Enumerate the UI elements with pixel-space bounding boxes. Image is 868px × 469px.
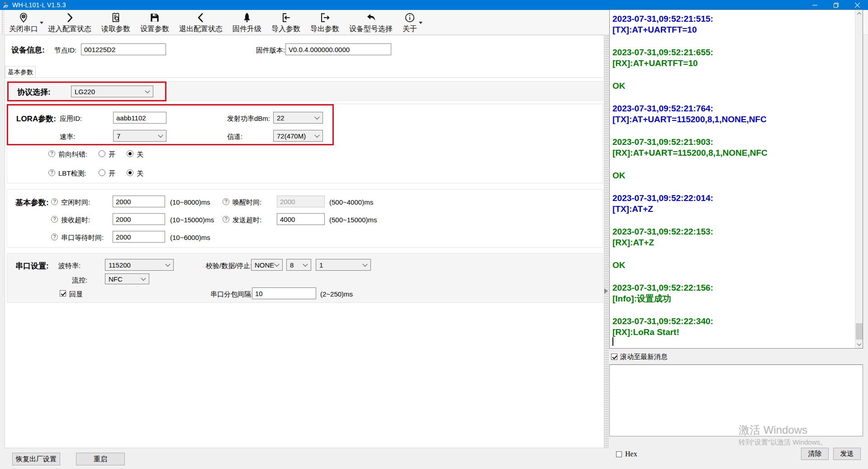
toolbar-firmware-upgrade[interactable]: 固件升级 [228,10,266,35]
scroll-up-icon[interactable] [855,10,863,18]
tx-timeout-help-icon[interactable]: ? [223,216,229,223]
device-info-title: 设备信息: [11,45,45,55]
toolbar-import-params[interactable]: 导入参数 [266,10,305,35]
rate-select[interactable]: 7 [113,130,166,142]
panel-splitter[interactable] [604,35,608,448]
tx-timeout-field[interactable] [277,213,325,225]
toolbar-write-params[interactable]: 设置参数 [135,10,174,35]
restore-button[interactable] [825,0,847,10]
config-panel: 设备信息: 节点ID: 固件版本: 基本参数 协议选择: LG220 LORA参… [5,35,604,448]
toolbar-gripper[interactable] [1,10,4,34]
back-arrow-icon [365,11,377,24]
uart-wait-help-icon[interactable]: ? [51,234,58,240]
fec-on-radio[interactable] [99,150,105,157]
data-bits-value: 8 [290,261,294,269]
chevron-down-icon [362,262,367,267]
rx-timeout-help-icon[interactable]: ? [51,216,58,223]
log-entry: OK [612,81,853,91]
channel-select[interactable]: 72(470M) [273,130,323,142]
lbt-off-radio[interactable] [127,169,133,176]
minimize-button[interactable] [804,0,825,10]
uart-wait-range: (10~6000)ms [170,234,210,241]
export-icon [319,11,331,24]
document-search-icon [110,11,122,24]
fec-off-radio[interactable] [127,150,133,157]
flow-control-label: 流控: [72,276,87,285]
log-entry: 2023-07-31,09:52:22:156:[Info]:设置成功 [612,282,853,304]
log-output-area[interactable]: 2023-07-31,09:52:21:515:[TX]:AT+UARTFT=1… [609,10,863,349]
lbt-label: LBT检测: [58,169,86,178]
rate-label: 速率: [60,133,75,141]
uart-wait-field[interactable] [113,231,165,243]
clear-button[interactable]: 清除 [801,448,829,460]
restart-button[interactable]: 重启 [76,453,125,465]
data-bits-select[interactable]: 8 [286,259,311,271]
log-entry: 2023-07-31,09:52:21:764:[TX]:AT+UART=115… [612,103,853,125]
parity-select[interactable]: NONE [251,259,283,271]
protocol-select[interactable]: LG220 [71,86,153,97]
split-interval-range: (2~250)ms [320,290,353,298]
toolbar-close-port[interactable]: 关闭串口 [4,10,43,35]
toolbar-export-params[interactable]: 导出参数 [305,10,344,35]
lbt-help-icon[interactable]: ? [48,169,55,176]
log-scrollbar[interactable] [855,10,863,348]
factory-reset-button[interactable]: 恢复出厂设置 [12,453,60,465]
toolbar-import-params-label: 导入参数 [271,24,300,34]
send-input-area[interactable] [609,364,863,436]
app-window: WH-L101-L V1.5.3 关闭串口 进入配置状态 读取参 [0,0,868,469]
basic-params-section: 基本参数: ? 空闲时间: (10~8000)ms ? 唤醒时间: (500~4… [7,189,603,248]
fec-off-label: 关 [137,150,143,159]
firmware-version-field[interactable] [285,43,391,55]
toolbar-enter-config[interactable]: 进入配置状态 [43,10,96,35]
channel-label: 信道: [227,133,242,141]
log-entry: 2023-07-31,09:52:21:655:[RX]:AT+UARTFT=1… [612,47,853,69]
protocol-label: 协议选择: [17,87,51,97]
chevron-right-icon [64,11,76,24]
rx-timeout-label: 接收超时: [61,216,90,225]
tab-basic-params[interactable]: 基本参数 [5,66,36,78]
chevron-left-icon [195,11,207,24]
scroll-down-icon[interactable] [855,340,863,348]
dropdown-caret-icon[interactable] [419,22,422,24]
stop-bits-select[interactable]: 1 [316,259,371,271]
toolbar-device-model-select[interactable]: 设备型号选择 [344,10,398,35]
app-id-field[interactable] [113,112,166,124]
lbt-on-radio[interactable] [99,169,105,176]
fec-help-icon[interactable]: ? [48,150,55,157]
wake-time-range: (500~4000)ms [329,198,373,206]
baud-rate-select[interactable]: 115200 [105,259,174,271]
fec-on-label: 开 [109,150,115,159]
node-id-field[interactable] [81,43,166,55]
rx-timeout-field[interactable] [113,213,165,225]
toolbar-exit-config[interactable]: 退出配置状态 [174,10,228,35]
app-logo-icon [2,1,9,9]
toolbar-about[interactable]: 关于 [398,10,422,35]
import-icon [280,11,292,24]
toolbar-read-params[interactable]: 读取参数 [96,10,135,35]
wake-help-icon[interactable]: ? [223,198,229,205]
flow-control-select[interactable]: NFC [105,273,149,284]
tx-power-select[interactable]: 22 [273,112,323,124]
idle-help-icon[interactable]: ? [51,198,58,205]
echo-checkbox[interactable] [60,290,66,297]
lora-section-title: LORA参数: [16,114,56,124]
toolbar-export-params-label: 导出参数 [310,24,339,34]
send-button[interactable]: 发送 [833,448,861,460]
idle-time-field[interactable] [113,196,165,207]
log-content: 2023-07-31,09:52:21:515:[TX]:AT+UARTFT=1… [610,10,854,348]
chevron-down-icon [314,115,319,120]
hex-checkbox[interactable] [616,451,622,457]
toolbar-firmware-upgrade-label: 固件升级 [232,24,261,34]
scroll-latest-checkbox[interactable] [611,354,617,360]
split-interval-field[interactable] [252,287,316,299]
app-id-label: 应用ID: [60,115,82,123]
flow-control-value: NFC [109,275,123,283]
splitter-collapse-icon[interactable] [604,288,608,294]
channel-value: 72(470M) [277,132,306,140]
toolbar-exit-config-label: 退出配置状态 [179,24,223,34]
split-interval-label: 串口分包间隔: [210,290,253,299]
tx-power-label: 发射功率dBm: [227,115,270,123]
scrollbar-thumb[interactable] [856,323,863,340]
chevron-down-icon [165,262,170,267]
close-button[interactable] [847,0,868,10]
